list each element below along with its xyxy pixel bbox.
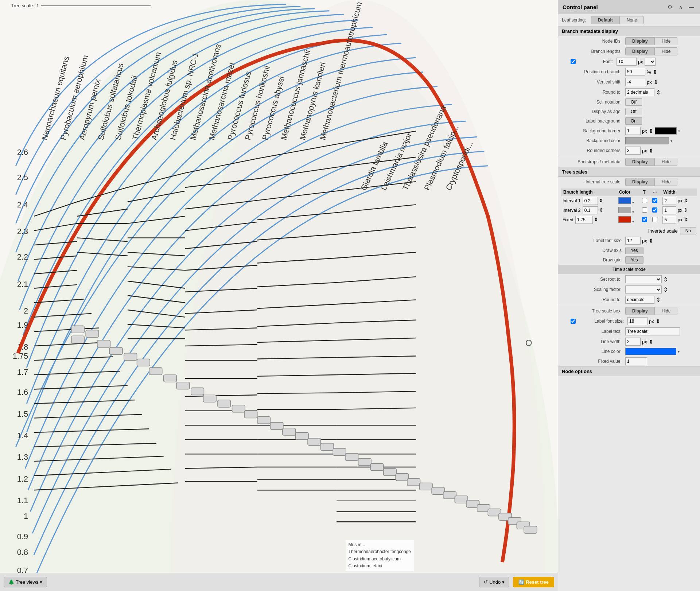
- inverted-scale-label: Inverted scale: [648, 228, 678, 234]
- background-border-ctrl: px ⇕ ▾: [625, 127, 696, 135]
- font-style-select[interactable]: ▾: [645, 58, 656, 66]
- tsb-fixed-value-input[interactable]: [625, 357, 647, 365]
- fixed-stepper[interactable]: ⇕: [594, 217, 598, 222]
- vertical-shift-stepper[interactable]: ⇕: [653, 79, 658, 86]
- tsb-line-width-stepper[interactable]: ⇕: [649, 338, 653, 345]
- interval1-stepper[interactable]: ⇕: [599, 198, 603, 203]
- tsb-font-input[interactable]: [627, 317, 648, 325]
- interval2-stepper[interactable]: ⇕: [599, 207, 603, 213]
- draw-grid-btn[interactable]: Yes: [625, 256, 643, 264]
- interval1-width[interactable]: [662, 197, 676, 205]
- draw-axis-label: Draw axis: [562, 248, 624, 253]
- collapse-icon[interactable]: ∧: [677, 3, 685, 11]
- interval2-color[interactable]: [618, 207, 631, 213]
- sci-notation-btn[interactable]: Off: [625, 98, 642, 106]
- round-to-input[interactable]: [625, 88, 654, 96]
- interval2-color-arrow[interactable]: ▾: [632, 210, 634, 214]
- undo-button[interactable]: ↺ Undo ▾: [479, 577, 509, 587]
- interval1-color-arrow[interactable]: ▾: [632, 201, 634, 205]
- background-color-arrow[interactable]: ▾: [670, 139, 672, 143]
- background-border-arrow[interactable]: ▾: [678, 129, 680, 133]
- fixed-width[interactable]: [662, 216, 676, 224]
- display-as-age-btn[interactable]: Off: [625, 108, 642, 115]
- col-dots: ···: [651, 188, 661, 196]
- settings-icon[interactable]: ⚙: [666, 3, 674, 11]
- tree-scale-box-display[interactable]: Display: [625, 307, 655, 315]
- svg-text:O: O: [525, 338, 532, 348]
- bootstraps-display[interactable]: Display: [625, 158, 655, 166]
- fixed-width-unit: px: [678, 217, 682, 222]
- tsb-fixed-value-label: Fixed value:: [562, 359, 624, 364]
- species-item: Mus m...: [349, 541, 411, 548]
- position-input[interactable]: [625, 68, 645, 76]
- interval2-dot-check[interactable]: [652, 207, 657, 213]
- interval1-width-stepper[interactable]: ⇕: [684, 198, 688, 203]
- fixed-length[interactable]: [575, 216, 593, 224]
- branch-lengths-hide[interactable]: Hide: [655, 47, 678, 55]
- fixed-color[interactable]: [618, 216, 631, 223]
- tsb-checkbox[interactable]: [571, 319, 576, 324]
- round-to2-stepper[interactable]: ⇕: [656, 296, 661, 303]
- set-root-stepper[interactable]: ⇕: [663, 276, 668, 283]
- vertical-shift-label: Vertical shift:: [562, 79, 624, 85]
- interval1-color[interactable]: [618, 197, 631, 204]
- label-font-size-input[interactable]: [625, 237, 641, 245]
- scaling-factor-stepper[interactable]: ⇕: [663, 286, 668, 293]
- draw-axis-btn[interactable]: Yes: [625, 247, 643, 254]
- font-size-input[interactable]: [617, 58, 637, 66]
- background-border-color[interactable]: [655, 127, 677, 135]
- round-to2-input[interactable]: [625, 296, 654, 304]
- tree-scale-box-hide[interactable]: Hide: [655, 307, 678, 315]
- round-to-label: Round to:: [562, 90, 624, 95]
- vertical-shift-input[interactable]: [625, 78, 645, 86]
- rounded-corners-input[interactable]: [625, 147, 641, 155]
- interval2-width[interactable]: [662, 206, 676, 214]
- minimize-icon[interactable]: —: [688, 3, 696, 11]
- fixed-t-check[interactable]: [642, 217, 647, 222]
- interval1-dot-check[interactable]: [652, 198, 657, 203]
- set-root-select[interactable]: [625, 275, 662, 283]
- background-color-swatch[interactable]: [625, 137, 669, 144]
- interval2-width-stepper[interactable]: ⇕: [684, 207, 688, 213]
- svg-text:0.8: 0.8: [17, 548, 28, 557]
- position-stepper[interactable]: ⇕: [653, 69, 657, 75]
- tree-scale-box-label: Tree scale box:: [562, 308, 624, 314]
- tsb-label-text-input[interactable]: [625, 327, 680, 335]
- tsb-line-color-arrow[interactable]: ▾: [678, 350, 680, 354]
- fixed-width-stepper[interactable]: ⇕: [684, 217, 688, 222]
- interval1-length[interactable]: [583, 197, 598, 205]
- species-item: Thermoanaerobacter tengconge: [349, 548, 411, 555]
- internal-tree-scale-hide[interactable]: Hide: [655, 178, 678, 186]
- tree-views-button[interactable]: 🌲 Tree views ▾: [4, 577, 47, 587]
- leaf-sorting-none[interactable]: None: [620, 16, 644, 24]
- label-font-size-stepper[interactable]: ⇕: [649, 237, 653, 244]
- tsb-line-width-input[interactable]: [625, 338, 641, 346]
- interval2-length[interactable]: [583, 206, 598, 214]
- svg-rect-126: [109, 347, 122, 355]
- interval2-t-check[interactable]: [642, 207, 647, 213]
- leaf-sorting-default[interactable]: Default: [591, 16, 620, 24]
- interval1-t-check[interactable]: [642, 198, 647, 203]
- fixed-dot-check[interactable]: [652, 217, 657, 222]
- scaling-factor-select[interactable]: [625, 285, 662, 293]
- tsb-font-stepper[interactable]: ⇕: [656, 318, 660, 325]
- inverted-scale-btn[interactable]: No: [680, 227, 696, 234]
- bootstraps-label: Bootstraps / metadata:: [562, 159, 624, 164]
- branch-lengths-display[interactable]: Display: [625, 47, 655, 55]
- internal-tree-scale-display[interactable]: Display: [625, 178, 655, 186]
- rounded-corners-stepper[interactable]: ⇕: [649, 147, 653, 154]
- fixed-color-arrow[interactable]: ▾: [632, 219, 634, 223]
- bootstraps-hide[interactable]: Hide: [655, 158, 678, 166]
- tsb-line-color-swatch[interactable]: [625, 348, 676, 355]
- font-checkbox[interactable]: [571, 59, 576, 64]
- label-background-btn[interactable]: On: [625, 117, 642, 125]
- label-background-row: Label background: On: [558, 116, 700, 126]
- round-to-stepper[interactable]: ⇕: [656, 89, 661, 96]
- reset-tree-button[interactable]: 🔄 Reset tree: [513, 577, 554, 587]
- node-ids-display[interactable]: Display: [625, 37, 655, 45]
- svg-rect-137: [257, 417, 271, 424]
- background-border-stepper[interactable]: ⇕: [649, 128, 653, 135]
- position-ctrl: % ⇕: [625, 68, 696, 76]
- node-ids-hide[interactable]: Hide: [655, 37, 678, 45]
- background-border-input[interactable]: [625, 127, 641, 135]
